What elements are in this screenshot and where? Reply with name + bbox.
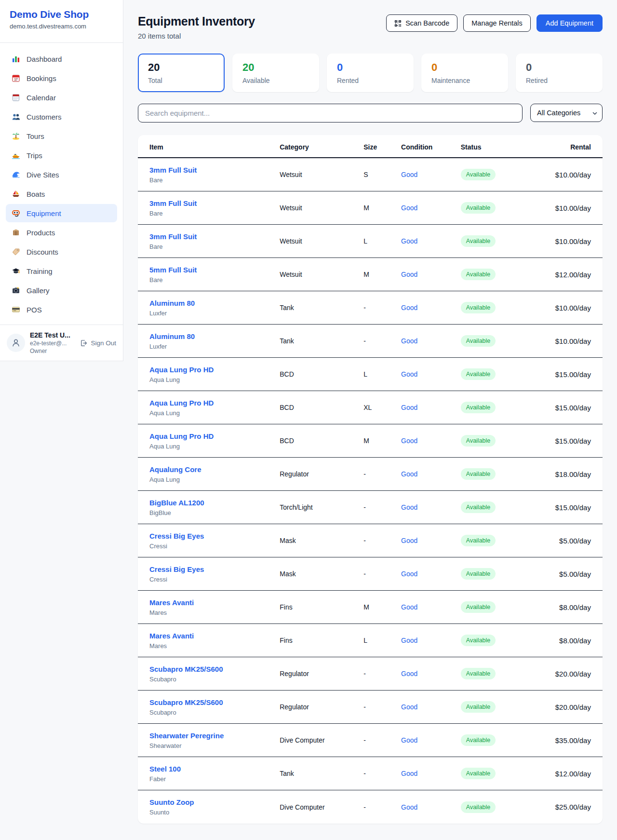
condition-link[interactable]: Good bbox=[401, 803, 417, 811]
sidebar-item-tours[interactable]: Tours bbox=[6, 127, 117, 145]
stat-card-rented[interactable]: 0 Rented bbox=[327, 54, 414, 92]
item-brand: BigBlue bbox=[149, 509, 280, 516]
condition-link[interactable]: Good bbox=[401, 304, 417, 312]
item-brand: Faber bbox=[149, 775, 280, 783]
calendar-date-icon bbox=[12, 74, 20, 82]
condition-link[interactable]: Good bbox=[401, 404, 417, 411]
table-row: Aqualung Core Aqua Lung Regulator - Good… bbox=[138, 458, 603, 491]
item-name-link[interactable]: Steel 100 bbox=[149, 765, 181, 773]
item-name-link[interactable]: Aqua Lung Pro HD bbox=[149, 432, 214, 440]
status-badge: Available bbox=[461, 269, 496, 280]
item-name-link[interactable]: BigBlue AL1200 bbox=[149, 499, 204, 507]
condition-link[interactable]: Good bbox=[401, 736, 417, 744]
item-name-link[interactable]: Cressi Big Eyes bbox=[149, 565, 204, 573]
manage-rentals-button[interactable]: Manage Rentals bbox=[463, 14, 531, 32]
sign-out-button[interactable]: Sign Out bbox=[80, 339, 116, 347]
item-category: BCD bbox=[280, 437, 363, 445]
status-badge: Available bbox=[461, 302, 496, 313]
category-select[interactable]: All Categories bbox=[530, 104, 603, 122]
item-name-link[interactable]: Mares Avanti bbox=[149, 598, 194, 607]
rental-price: $10.00/day bbox=[534, 337, 591, 345]
item-name-link[interactable]: 3mm Full Suit bbox=[149, 232, 197, 241]
condition-link[interactable]: Good bbox=[401, 503, 417, 511]
item-name-link[interactable]: Aqua Lung Pro HD bbox=[149, 399, 214, 407]
item-size: - bbox=[363, 537, 401, 544]
page-title: Equipment Inventory bbox=[138, 14, 255, 28]
item-name-link[interactable]: Scubapro MK25/S600 bbox=[149, 665, 223, 673]
item-name-link[interactable]: 3mm Full Suit bbox=[149, 166, 197, 174]
condition-link[interactable]: Good bbox=[401, 770, 417, 777]
item-category: Fins bbox=[280, 603, 363, 611]
item-name-link[interactable]: Shearwater Peregrine bbox=[149, 732, 224, 740]
sidebar-item-dashboard[interactable]: Dashboard bbox=[6, 50, 117, 68]
condition-link[interactable]: Good bbox=[401, 271, 417, 278]
condition-link[interactable]: Good bbox=[401, 237, 417, 245]
sidebar-item-customers[interactable]: Customers bbox=[6, 108, 117, 126]
condition-link[interactable]: Good bbox=[401, 370, 417, 378]
rental-price: $10.00/day bbox=[534, 237, 591, 245]
status-badge: Available bbox=[461, 801, 496, 813]
sidebar-item-training[interactable]: Training bbox=[6, 262, 117, 280]
condition-link[interactable]: Good bbox=[401, 603, 417, 611]
grad-cap-icon bbox=[12, 267, 20, 275]
rental-price: $10.00/day bbox=[534, 171, 591, 179]
condition-link[interactable]: Good bbox=[401, 470, 417, 478]
condition-link[interactable]: Good bbox=[401, 670, 417, 677]
sidebar-item-divesites[interactable]: Dive Sites bbox=[6, 165, 117, 184]
item-name-link[interactable]: 5mm Full Suit bbox=[149, 266, 197, 274]
condition-link[interactable]: Good bbox=[401, 637, 417, 644]
condition-link[interactable]: Good bbox=[401, 437, 417, 445]
item-brand: Mares bbox=[149, 642, 280, 650]
sidebar-item-discounts[interactable]: Discounts bbox=[6, 243, 117, 261]
item-name-link[interactable]: Aluminum 80 bbox=[149, 299, 195, 307]
condition-link[interactable]: Good bbox=[401, 204, 417, 212]
sidebar-item-calendar[interactable]: Calendar bbox=[6, 88, 117, 107]
sidebar-item-pos[interactable]: POS bbox=[6, 300, 117, 319]
rental-price: $20.00/day bbox=[534, 670, 591, 678]
status-badge: Available bbox=[461, 668, 496, 679]
item-size: - bbox=[363, 670, 401, 677]
scan-barcode-button[interactable]: Scan Barcode bbox=[386, 14, 457, 32]
package-icon bbox=[12, 228, 20, 237]
stat-card-maintenance[interactable]: 0 Maintenance bbox=[421, 54, 508, 92]
item-name-link[interactable]: Mares Avanti bbox=[149, 632, 194, 640]
stat-card-available[interactable]: 20 Available bbox=[232, 54, 319, 92]
sidebar-item-products[interactable]: Products bbox=[6, 223, 117, 242]
search-input[interactable] bbox=[138, 104, 523, 122]
sidebar-item-trips[interactable]: Trips bbox=[6, 146, 117, 164]
item-name-link[interactable]: Aqualung Core bbox=[149, 465, 201, 474]
sidebar-item-equipment[interactable]: Equipment bbox=[6, 204, 117, 222]
table-row: 3mm Full Suit Bare Wetsuit S Good Availa… bbox=[138, 158, 603, 191]
status-badge: Available bbox=[461, 535, 496, 546]
brand-block: Demo Dive Shop demo.test.divestreams.com bbox=[0, 0, 123, 37]
sidebar-item-boats[interactable]: Boats bbox=[6, 185, 117, 203]
item-name-link[interactable]: Aluminum 80 bbox=[149, 332, 195, 340]
item-brand: Suunto bbox=[149, 809, 280, 816]
sidebar-item-bookings[interactable]: Bookings bbox=[6, 69, 117, 87]
condition-link[interactable]: Good bbox=[401, 703, 417, 711]
item-name-link[interactable]: Suunto Zoop bbox=[149, 798, 194, 806]
rental-price: $15.00/day bbox=[534, 370, 591, 379]
item-name-link[interactable]: 3mm Full Suit bbox=[149, 199, 197, 207]
stat-card-retired[interactable]: 0 Retired bbox=[516, 54, 603, 92]
status-badge: Available bbox=[461, 768, 496, 779]
table-row: Scubapro MK25/S600 Scubapro Regulator - … bbox=[138, 657, 603, 691]
item-name-link[interactable]: Aqua Lung Pro HD bbox=[149, 366, 214, 374]
brand-domain: demo.test.divestreams.com bbox=[10, 23, 113, 30]
stat-card-total[interactable]: 20 Total bbox=[138, 54, 225, 92]
brand-name: Demo Dive Shop bbox=[10, 9, 113, 20]
condition-link[interactable]: Good bbox=[401, 570, 417, 578]
condition-link[interactable]: Good bbox=[401, 337, 417, 345]
column-header-size: Size bbox=[363, 143, 401, 151]
item-size: M bbox=[363, 204, 401, 212]
add-equipment-button[interactable]: Add Equipment bbox=[537, 14, 603, 32]
item-name-link[interactable]: Scubapro MK25/S600 bbox=[149, 698, 223, 706]
item-name-link[interactable]: Cressi Big Eyes bbox=[149, 532, 204, 540]
palm-island-icon bbox=[12, 132, 20, 140]
status-badge: Available bbox=[461, 635, 496, 646]
item-size: L bbox=[363, 237, 401, 245]
condition-link[interactable]: Good bbox=[401, 171, 417, 178]
table-row: Mares Avanti Mares Fins M Good Available… bbox=[138, 591, 603, 624]
sidebar-item-gallery[interactable]: Gallery bbox=[6, 281, 117, 299]
condition-link[interactable]: Good bbox=[401, 537, 417, 544]
